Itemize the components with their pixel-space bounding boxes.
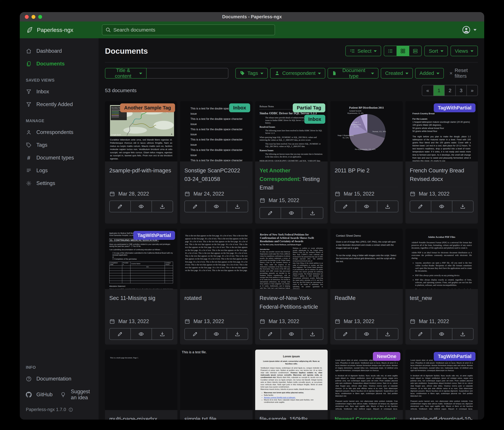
download-button[interactable] [302,328,323,340]
pagination-page-3[interactable]: 3 [455,85,467,96]
document-thumbnail[interactable]: French Country Bread For the Leaven1 hea… [405,101,478,161]
sidebar-item-inbox[interactable]: Inbox [20,85,99,98]
document-thumbnail[interactable]: This is a multi page document. Page 1. [105,350,177,410]
pagination-page-2[interactable]: 2 [444,85,455,96]
sidebar-item-recently-added[interactable]: Recently Added [20,98,99,111]
added-filter-button[interactable]: Added [415,68,444,79]
view-button[interactable] [206,328,227,340]
tags-filter-button[interactable]: Tags [235,68,268,79]
document-title[interactable]: simple txt file [184,415,248,420]
reset-filters-button[interactable]: × Reset filters [450,67,478,79]
document-title[interactable]: Yet Another Correspondent: Testing Email [260,166,323,192]
document-title[interactable]: test_new [410,294,474,302]
document-thumbnail[interactable]: Lorem ipsum Lorem ipsum dolor sit amet, … [255,350,328,410]
pagination-prev[interactable]: « [422,85,433,96]
views-button[interactable]: Views [450,46,478,56]
sidebar-item-documentation[interactable]: Documentation [20,373,99,385]
document-thumbnail[interactable]: Adobe Acrobat PDF Files Adobe® Portable … [405,229,478,289]
view-button[interactable] [281,328,302,340]
document-title[interactable]: sample-pdf-download-10-mb-longer-title [410,415,474,420]
tag-badge[interactable]: Another Sample Tag [120,103,175,112]
window-titlebar[interactable]: Documents - Paperless-ngx [20,12,484,21]
zoom-window-button[interactable] [38,15,42,19]
grid-view-button[interactable] [396,46,409,56]
title-content-filter-input[interactable] [146,68,228,79]
download-button[interactable] [452,201,474,212]
sidebar-item-correspondents[interactable]: Correspondents [20,126,99,139]
download-button[interactable] [152,328,173,340]
user-menu[interactable] [462,25,477,34]
document-thumbnail[interactable]: Contact Sheet Demo Given a set of image … [330,229,403,289]
document-title[interactable]: Newest Correspondent: f_combineds [335,415,398,420]
list-view-button[interactable] [384,46,396,56]
download-button[interactable] [377,201,398,212]
document-title[interactable]: 2011 BP Pie 2 [335,166,398,175]
sidebar-item-settings[interactable]: Settings [20,177,99,190]
sidebar-item-dashboard[interactable]: Dashboard [20,45,99,57]
edit-button[interactable] [184,201,206,212]
document-title[interactable]: ReadMe [335,294,398,302]
document-title[interactable]: multi-page-mixedxx [109,415,173,420]
created-filter-button[interactable]: Created [381,68,413,79]
document-thumbnail[interactable]: This is the text that appears on the fir… [180,229,252,289]
edit-button[interactable] [260,207,281,219]
correspondent-link[interactable]: Yet Another Correspondent [260,167,299,182]
close-window-button[interactable] [25,15,29,19]
correspondent-filter-button[interactable]: Correspondent [270,68,325,79]
view-button[interactable] [206,201,227,212]
global-search[interactable] [102,25,275,35]
pagination-page-1[interactable]: 1 [433,85,444,96]
info-icon[interactable] [68,407,73,412]
minimize-window-button[interactable] [32,15,35,19]
edit-button[interactable] [410,328,431,340]
title-content-filter-button[interactable]: Title & content [105,68,146,79]
view-button[interactable] [356,328,377,340]
document-title[interactable]: French Country Bread Revised.docx [410,166,474,183]
document-title[interactable]: Sec 11-Missing sig [109,294,173,302]
edit-button[interactable] [260,328,281,340]
tag-badge[interactable]: Inbox [229,103,250,112]
sidebar-item-logs[interactable]: Logs [20,164,99,177]
sidebar-item-documents[interactable]: Documents [20,57,99,70]
tag-badge[interactable]: Inbox [304,115,325,124]
sort-button[interactable]: Sort [424,46,448,56]
document-title[interactable]: rotated [184,294,248,302]
edit-button[interactable] [410,201,431,212]
document-thumbnail[interactable]: This is a test file. [180,350,252,410]
correspondent-link[interactable]: Newest Correspondent [335,416,395,420]
pagination-next[interactable]: » [467,85,477,96]
tag-badge[interactable]: TagWithPartial [133,231,175,240]
edit-button[interactable] [109,328,131,340]
detail-view-button[interactable] [409,46,421,56]
document-title[interactable]: Sonstige ScanPC2022 03-24_081058 [184,166,248,183]
sidebar-item-github[interactable]: GitHub [20,385,54,404]
download-button[interactable] [377,328,398,340]
view-button[interactable] [356,201,377,212]
download-button[interactable] [227,201,248,212]
document-thumbnail[interactable]: This is a test for the double space char… [180,101,252,161]
edit-button[interactable] [109,201,131,212]
download-button[interactable] [227,328,248,340]
document-title[interactable]: 2sample-pdf-with-images [109,166,173,175]
document-thumbnail[interactable]: Boundary Waters Trip Google Earth Curabi… [105,101,177,161]
tag-badge[interactable]: TagWithPartial [434,103,476,112]
document-title[interactable]: file-sample_150kBs [260,415,323,420]
document-thumbnail[interactable]: Release Notes Simba ODBC Driver for SQL … [255,101,328,161]
document-thumbnail[interactable]: Lorem ipsum dolor sit amet, consectetur … [330,350,403,410]
sidebar-item-suggest-idea[interactable]: Suggest an idea [54,385,99,404]
tag-badge[interactable]: NewOne [373,352,400,361]
view-button[interactable] [281,207,302,219]
document-thumbnail[interactable]: Application for Medical Staff Members Go… [105,229,177,289]
view-button[interactable] [130,328,152,340]
edit-button[interactable] [335,328,356,340]
view-button[interactable] [431,201,452,212]
tag-badge[interactable]: TagWithPartial [434,352,476,361]
edit-button[interactable] [335,201,356,212]
select-button[interactable]: Select [345,46,381,56]
tag-badge[interactable]: Partial Tag [293,103,325,112]
document-title[interactable]: Review-of-New-York-Federal-Petitions-art… [260,294,323,311]
document-thumbnail[interactable]: Lorem ipsum dolor sit amet, consectetur … [405,350,478,410]
document-thumbnail[interactable]: Patient BP Distribution 2011 Isolated Sy… [330,101,403,161]
download-button[interactable] [302,207,323,219]
sidebar-item-document-types[interactable]: # Document types [20,151,99,164]
